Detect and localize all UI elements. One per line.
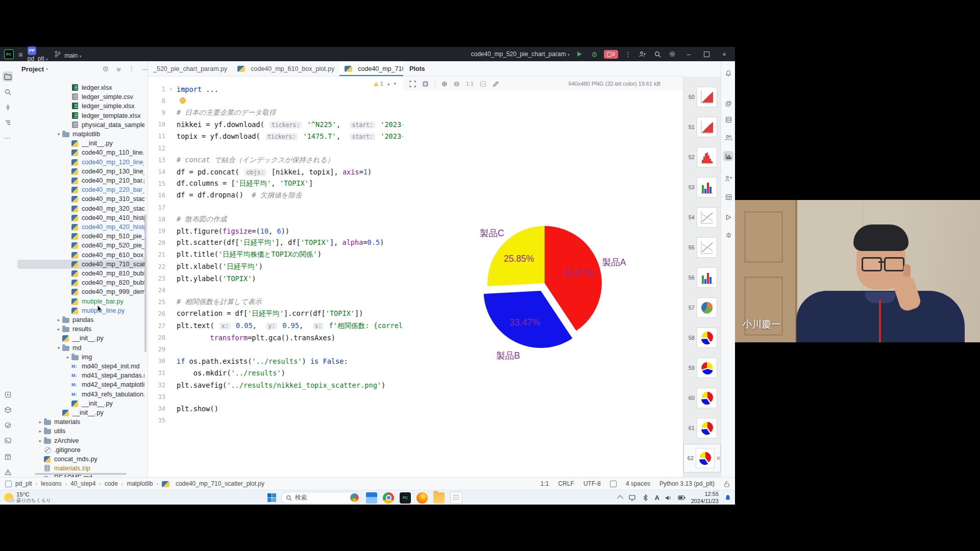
tree-chevron-icon[interactable]: ▾ [55, 132, 62, 137]
plot-thumbnail-55[interactable]: 55 [683, 233, 721, 262]
minimize-button[interactable]: – [682, 49, 695, 59]
tree-item-pandas[interactable]: ▸pandas [17, 315, 144, 324]
fold-marker-icon[interactable]: › [165, 86, 177, 92]
tray-overflow-icon[interactable] [617, 495, 623, 502]
tree-item-code40_mp_999_demo.py[interactable]: code40_mp_999_demo.py [17, 287, 144, 296]
taskbar-app-pycharm[interactable]: PC [400, 492, 411, 504]
tab-code40_mp_610_box_plot.py[interactable]: code40_mp_610_box_plot.py [232, 61, 339, 76]
search-icon[interactable] [3, 87, 13, 97]
project-panel-title[interactable]: Project [21, 65, 44, 73]
taskbar-app-notepad[interactable] [450, 492, 462, 504]
plot-thumbnail-58[interactable]: 58 [683, 323, 721, 352]
zoom-out-icon[interactable]: ⊖ [454, 80, 460, 88]
tree-item-zArchive[interactable]: ▸zArchive [17, 436, 144, 445]
tab-_520_pie_chart_param.py[interactable]: _520_pie_chart_param.py [148, 61, 232, 76]
collab-icon[interactable] [723, 133, 733, 143]
running-processes-stop-button[interactable]: 2 [604, 50, 618, 59]
todo-icon[interactable] [3, 420, 13, 430]
tree-item-code40_mp_130_line_overwrite.py[interactable]: code40_mp_130_line_overwrite.py [17, 167, 144, 176]
plot-thumbnail-57[interactable]: 57 [683, 293, 721, 322]
frame-icon[interactable] [422, 81, 429, 87]
tree-item-code40_mp_520_pie_chart_param.py[interactable]: code40_mp_520_pie_chart_param.py [17, 241, 144, 250]
tree-item-results[interactable]: ▸results [17, 324, 144, 334]
tree-item-physical_data_sample.csv[interactable]: physical_data_sample.csv [17, 120, 144, 130]
tree-chevron-icon[interactable]: ▸ [55, 317, 62, 322]
maximize-button[interactable] [700, 49, 713, 59]
breadcrumb-item[interactable]: pd_plt [15, 480, 32, 487]
plot-thumbnail-52[interactable]: 52 [683, 143, 721, 171]
tree-item-materials[interactable]: ▸materials [17, 417, 144, 427]
zoom-in-icon[interactable]: ⊕ [442, 80, 448, 88]
plot-thumbnail-61[interactable]: 61 [683, 414, 721, 442]
tree-item-utils[interactable]: ▸utils [17, 427, 144, 436]
tree-item-code40_mp_820_bubble_chart2.py[interactable]: code40_mp_820_bubble_chart2.py [17, 278, 144, 287]
packages-icon[interactable] [3, 452, 13, 462]
unlock-icon[interactable] [724, 481, 730, 487]
edit-icon[interactable] [493, 81, 499, 87]
tree-item-ledger.xlsx[interactable]: ledger.xlsx [17, 83, 144, 92]
breadcrumb-item[interactable]: 40_step4 [70, 480, 95, 487]
tree-item-ledger_simple.csv[interactable]: ledger_simple.csv [17, 92, 144, 102]
tree-item-mutiple_bar.py[interactable]: mutiple_bar.py [17, 297, 144, 306]
tree-item-code40_mp_510_pie_chart.py[interactable]: code40_mp_510_pie_chart.py [17, 232, 144, 241]
intention-bulb-icon[interactable] [180, 97, 186, 104]
tree-item-code40_mp_210_bar.py[interactable]: code40_mp_210_bar.py [17, 176, 144, 185]
tree-item-md[interactable]: ▾md [17, 343, 144, 353]
tree-item-code40_mp_120_line_params.py[interactable]: code40_mp_120_line_params.py [17, 158, 144, 167]
settings-gear-icon[interactable] [667, 49, 677, 59]
code-editor[interactable]: 1 ▴ ▾ 1›import ...89# 日本の主要企業のデータ取得10nik… [148, 77, 403, 477]
plot-canvas[interactable]: 製品A40.67%製品B33.47%製品C25.85% [403, 91, 683, 477]
tree-chevron-icon[interactable]: ▸ [55, 327, 62, 332]
structure-icon[interactable] [3, 117, 13, 128]
code-with-me-icon[interactable] [638, 49, 648, 59]
tree-item-ledger_template.xlsx[interactable]: ledger_template.xlsx [17, 111, 144, 120]
ime-indicator[interactable]: A [655, 494, 659, 502]
grid-icon[interactable] [480, 81, 486, 87]
tree-item-code40_mp_110_line.py[interactable]: code40_mp_110_line.py [17, 148, 144, 157]
taskbar-app-chrome[interactable] [383, 492, 394, 504]
tree-item-md43_refs_tabulation.md[interactable]: M↓md43_refs_tabulation.md [17, 390, 144, 399]
notifications-bell-icon[interactable] [723, 68, 733, 79]
services-icon[interactable] [3, 389, 13, 399]
close-thumbnail-icon[interactable]: ✕ [716, 455, 721, 462]
close-button[interactable]: × [718, 49, 731, 59]
python-packages-icon[interactable] [3, 405, 13, 415]
plot-thumbnail-62[interactable]: 62✕ [683, 444, 721, 472]
plots-panel-title[interactable]: Plots [409, 65, 425, 72]
select-opened-file-icon[interactable] [103, 66, 109, 72]
panel-options-icon[interactable]: ⋮ [129, 65, 135, 72]
bluetooth-icon[interactable] [642, 494, 650, 502]
ai-assistant-icon[interactable]: @ [723, 98, 733, 108]
caret-position[interactable]: 1:1 [541, 480, 549, 487]
plot-thumbnail-50[interactable]: 50 [683, 83, 721, 111]
actual-size-label[interactable]: 1:1 [465, 81, 473, 87]
database-icon[interactable] [723, 115, 733, 125]
terminal-icon[interactable] [3, 435, 13, 445]
search-everywhere-icon[interactable] [652, 49, 663, 59]
problems-icon[interactable] [3, 467, 13, 477]
debug-button[interactable] [589, 49, 599, 59]
tree-item-code40_mp_810_bubble_chart1.py[interactable]: code40_mp_810_bubble_chart1.py [17, 269, 144, 278]
display-icon[interactable] [628, 494, 636, 502]
line-separator[interactable]: CRLF [558, 480, 574, 487]
tree-vertical-scrollbar[interactable] [144, 214, 146, 352]
tree-item-.gitignore[interactable]: .gitignore [17, 445, 144, 455]
tree-chevron-icon[interactable]: ▸ [37, 429, 44, 434]
file-encoding[interactable]: UTF-8 [583, 480, 601, 487]
tree-chevron-icon[interactable]: ▸ [37, 438, 44, 443]
tree-item-__init__.py[interactable]: __init__.py [17, 334, 144, 343]
tree-item-code40_mp_320_stacked_bar_params[interactable]: code40_mp_320_stacked_bar_params [17, 204, 144, 213]
hide-panel-icon[interactable]: — [142, 66, 148, 72]
code-with-me-icon[interactable] [723, 173, 733, 184]
indent-setting[interactable]: 4 spaces [626, 480, 650, 487]
run-anything-icon[interactable] [723, 212, 733, 222]
tree-item-img[interactable]: ▸img [17, 353, 144, 362]
tree-item-mutiple_line.py[interactable]: mutiple_line.py [17, 306, 144, 315]
breadcrumb-item[interactable]: code40_mp_710_scatter_plot.py [176, 480, 264, 487]
start-button[interactable] [267, 493, 276, 502]
main-menu-icon[interactable]: ≡ [18, 51, 23, 58]
project-folder-icon[interactable] [3, 71, 13, 82]
notification-bell-icon[interactable] [724, 494, 732, 502]
tree-chevron-icon[interactable]: ▸ [64, 355, 71, 360]
plot-thumbnail-59[interactable]: 59 [683, 354, 721, 382]
